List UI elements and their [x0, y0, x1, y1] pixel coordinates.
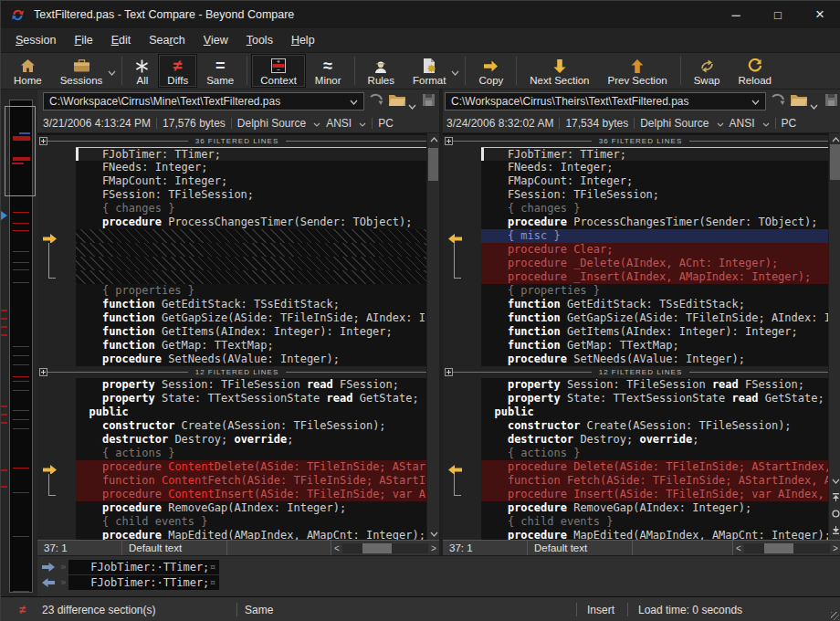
left-format-select[interactable]: Delphi Source [237, 117, 306, 130]
next-difference-icon[interactable] [829, 524, 840, 536]
minor-button[interactable]: ≈Minor [306, 54, 351, 88]
code-line[interactable]: { actions } [37, 447, 426, 460]
home-button[interactable]: Home [5, 54, 51, 88]
copy-button[interactable]: Copy [469, 54, 512, 88]
code-line[interactable]: property State: TTextSessionState read G… [37, 392, 426, 405]
code-line[interactable]: function GetMap: TTextMap; [37, 339, 426, 353]
code-line[interactable]: { actions } [443, 447, 828, 460]
prev-section-button[interactable]: Prev Section [599, 54, 677, 88]
missing-lines-row[interactable] [37, 270, 426, 284]
code-line[interactable]: procedure _Delete(AIndex, ACnt: Integer)… [443, 257, 828, 270]
code-line[interactable]: function Fetch(ASide: TFileInSide; AStar… [443, 474, 828, 488]
missing-lines-row[interactable] [37, 243, 426, 257]
code-line[interactable]: property State: TTextSessionState read G… [443, 392, 828, 405]
code-line[interactable]: procedure MapEdited(AMapIndex, AMapCnt: … [443, 529, 828, 540]
code-line[interactable]: FMapCount: Integer; [37, 174, 426, 188]
code-line[interactable]: procedure ProcessChangesTimer(Sender: TO… [443, 216, 828, 229]
code-line[interactable]: { properties } [37, 284, 426, 298]
code-line[interactable]: procedure Clear; [443, 243, 828, 257]
right-hscrollbar-thumb[interactable] [764, 543, 793, 553]
code-line[interactable]: procedure RemoveGap(AIndex: Integer); [443, 501, 828, 515]
menu-help[interactable]: Help [282, 30, 324, 50]
right-format-dropdown-icon[interactable] [717, 117, 724, 130]
left-save-icon[interactable] [422, 93, 436, 111]
code-line[interactable]: FSession: TFileSession; [37, 188, 426, 202]
code-line[interactable]: FJobTimer: TTimer; [443, 147, 828, 161]
code-line[interactable]: function GetGapSize(ASide: TFileInSide; … [37, 311, 426, 325]
right-folder-dropdown-icon[interactable] [810, 97, 818, 113]
code-line[interactable]: procedure ProcessChangesTimer(Sender: TO… [37, 216, 426, 229]
code-line[interactable]: function GetItems(AIndex: Integer): Inte… [443, 325, 828, 339]
left-hscroll-left-icon[interactable]: < [331, 542, 342, 555]
menu-session[interactable]: Session [6, 30, 65, 50]
menu-view[interactable]: View [194, 30, 237, 50]
right-format-select[interactable]: Delphi Source [640, 117, 709, 130]
left-scrollbar-thumb[interactable] [428, 148, 438, 181]
left-folder-dropdown-icon[interactable] [408, 97, 416, 113]
left-scroll-down-icon[interactable] [427, 528, 440, 540]
sessions-button[interactable]: Sessions [51, 54, 112, 88]
code-line[interactable]: public [443, 405, 828, 419]
center-current-diff-icon[interactable] [829, 508, 840, 520]
right-encoding-select[interactable]: ANSI [730, 117, 755, 130]
context-button[interactable]: Context [251, 54, 306, 88]
code-line[interactable]: FMapCount: Integer; [443, 174, 828, 188]
right-scroll-down-icon[interactable] [829, 475, 840, 487]
same-button[interactable]: =Same [197, 54, 243, 88]
menu-edit[interactable]: Edit [102, 30, 141, 50]
code-line[interactable]: procedure _Insert(AIndex, AMapIndex: Int… [443, 270, 828, 284]
right-path-dropdown-icon[interactable] [751, 95, 760, 108]
resize-grip[interactable] [831, 612, 839, 620]
maximize-button[interactable]: □ [757, 1, 799, 28]
prev-difference-icon[interactable] [829, 491, 840, 503]
menu-search[interactable]: Search [140, 30, 194, 50]
right-save-icon[interactable] [824, 93, 838, 111]
right-scrollbar-thumb[interactable] [830, 144, 840, 180]
left-vertical-scrollbar[interactable] [426, 133, 439, 540]
left-scroll-up-icon[interactable] [427, 133, 440, 145]
right-path-input[interactable]: C:\Workspace\Cirrus\Theirs\Text\TextFilt… [445, 92, 766, 111]
code-line[interactable]: function GetGapSize(ASide: TFileInSide; … [443, 311, 828, 325]
left-path-dropdown-icon[interactable] [350, 95, 358, 108]
code-line[interactable]: function GetEditStack: TSsEditStack; [37, 298, 426, 311]
code-line[interactable]: function GetItems(AIndex: Integer): Inte… [37, 325, 426, 339]
left-encoding-dropdown-icon[interactable] [359, 117, 366, 130]
menu-tools[interactable]: Tools [237, 30, 282, 50]
minimize-button[interactable]: ─ [715, 1, 757, 28]
left-hscroll-right-icon[interactable]: > [428, 542, 439, 555]
code-line[interactable]: public [37, 405, 426, 419]
missing-lines-row[interactable] [37, 229, 426, 243]
left-horizontal-scrollbar[interactable]: < > [331, 541, 439, 555]
code-line[interactable]: FSession: TFileSession; [443, 188, 828, 202]
right-horizontal-scrollbar[interactable]: < > [733, 541, 840, 555]
code-line[interactable]: procedure RemoveGap(AIndex: Integer); [37, 501, 426, 515]
right-swap-sides-icon[interactable] [771, 93, 785, 111]
all-button[interactable]: All [126, 54, 158, 88]
code-line[interactable]: { changes } [443, 202, 828, 216]
next-section-button[interactable]: Next Section [520, 54, 598, 88]
code-line[interactable]: procedure Insert(ASide: TFileInSide; var… [443, 488, 828, 501]
left-encoding-select[interactable]: ANSI [326, 117, 352, 130]
left-browse-folder-icon[interactable] [388, 93, 406, 111]
code-line[interactable]: constructor Create(ASession: TFileSessio… [37, 419, 426, 433]
code-line[interactable]: { changes } [37, 202, 426, 216]
menu-file[interactable]: File [65, 30, 101, 50]
expand-section-icon[interactable] [39, 368, 47, 376]
code-line[interactable]: { properties } [443, 284, 828, 298]
missing-lines-row[interactable] [37, 257, 426, 270]
right-vertical-scrollbar[interactable] [828, 133, 840, 540]
expand-section-icon[interactable] [39, 137, 47, 145]
code-line[interactable]: function ContentFetch(ASide: TFileInSide… [37, 474, 426, 488]
code-line[interactable]: constructor Create(ASession: TFileSessio… [443, 419, 828, 433]
left-code-pane[interactable]: 36 FILTERED LINES FJobTimer: TTimer; FNe… [37, 133, 426, 540]
code-line[interactable]: FNeeds: Integer; [443, 161, 828, 174]
code-line[interactable]: { child events } [37, 515, 426, 529]
format-button[interactable]: Format [404, 54, 455, 88]
reload-button[interactable]: Reload [729, 54, 780, 88]
diffs-button[interactable]: ≠Diffs [158, 54, 197, 88]
left-swap-sides-icon[interactable] [369, 93, 383, 111]
code-line[interactable]: procedure MapEdited(AMapIndex, AMapCnt: … [37, 529, 426, 540]
left-path-input[interactable]: C:\Workspace\Cirrus\Mine\Text\TextFilter… [43, 92, 364, 111]
left-hscrollbar-thumb[interactable] [362, 543, 392, 553]
left-format-dropdown-icon[interactable] [313, 117, 320, 130]
